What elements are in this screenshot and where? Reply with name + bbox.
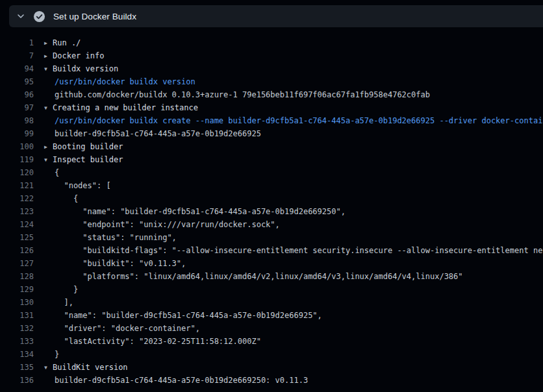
log-text: "status": "running", <box>55 233 177 242</box>
line-content: github.com/docker/buildx 0.10.3+azure-1 … <box>34 88 543 101</box>
line-number[interactable]: 99 <box>0 127 34 140</box>
line-number[interactable]: 129 <box>0 283 34 296</box>
log-line: 128 "platforms": "linux/amd64,linux/amd6… <box>0 270 543 283</box>
log-line[interactable]: 135 ▼BuildKit version <box>0 361 543 374</box>
group-title[interactable]: Run ./ <box>53 38 81 47</box>
line-content: "buildkitd-flags": "--allow-insecure-ent… <box>34 244 543 257</box>
line-number[interactable]: 98 <box>0 114 34 127</box>
line-number[interactable]: 126 <box>0 244 34 257</box>
log-text: "driver": "docker-container", <box>55 324 200 333</box>
chevron-down-icon[interactable] <box>16 11 26 21</box>
log-line: 96 github.com/docker/buildx 0.10.3+azure… <box>0 88 543 101</box>
line-content: /usr/bin/docker buildx create --name bui… <box>34 114 543 127</box>
log-line: 121 "nodes": [ <box>0 179 543 192</box>
step-header[interactable]: Set up Docker Buildx <box>9 5 543 27</box>
line-number[interactable]: 120 <box>0 166 34 179</box>
line-number[interactable]: 133 <box>0 335 34 348</box>
group-title[interactable]: Docker info <box>53 51 104 60</box>
line-number[interactable]: 130 <box>0 296 34 309</box>
line-content: "endpoint": "unix:///var/run/docker.sock… <box>34 218 543 231</box>
line-number[interactable]: 123 <box>0 205 34 218</box>
log-text: builder-d9cfb5a1-c764-445a-a57e-0b19d2e6… <box>55 376 308 385</box>
line-content: ▼Inspect builder <box>34 153 543 166</box>
line-number[interactable]: 100 <box>0 140 34 153</box>
disclosure-expanded-icon[interactable]: ▼ <box>44 102 53 114</box>
log-line: 129 } <box>0 283 543 296</box>
log-text: } <box>55 350 59 359</box>
line-content: } <box>34 348 543 361</box>
disclosure-collapsed-icon[interactable]: ▶ <box>44 50 53 62</box>
log-text: builder-d9cfb5a1-c764-445a-a57e-0b19d2e6… <box>55 129 261 138</box>
log-viewer: 1 ▶Run ./ 7 ▶Docker info 94 ▼Buildx vers… <box>0 27 543 392</box>
group-title[interactable]: Creating a new builder instance <box>53 103 198 112</box>
line-number[interactable]: 124 <box>0 218 34 231</box>
line-content: "status": "running", <box>34 231 543 244</box>
disclosure-expanded-icon[interactable]: ▼ <box>44 154 53 166</box>
line-number[interactable]: 134 <box>0 348 34 361</box>
log-line: 99 builder-d9cfb5a1-c764-445a-a57e-0b19d… <box>0 127 543 140</box>
line-content: "nodes": [ <box>34 179 543 192</box>
line-number[interactable]: 125 <box>0 231 34 244</box>
line-content: ], <box>34 296 543 309</box>
line-number[interactable]: 94 <box>0 62 34 75</box>
disclosure-expanded-icon[interactable]: ▼ <box>44 361 53 374</box>
log-text: "buildkit": "v0.11.3", <box>55 259 186 268</box>
log-line: 136 builder-d9cfb5a1-c764-445a-a57e-0b19… <box>0 374 543 387</box>
group-title[interactable]: Buildx version <box>53 64 118 73</box>
line-content: "buildkit": "v0.11.3", <box>34 257 543 270</box>
log-line: 120 { <box>0 166 543 179</box>
group-title[interactable]: Booting builder <box>53 142 123 151</box>
line-content: "name": "builder-d9cfb5a1-c764-445a-a57e… <box>34 205 543 218</box>
line-content: "lastActivity": "2023-02-25T11:58:12.000… <box>34 335 543 348</box>
line-content: ▶Docker info <box>34 49 543 62</box>
log-line[interactable]: 100 ▶Booting builder <box>0 140 543 153</box>
line-number[interactable]: 95 <box>0 75 34 88</box>
log-line[interactable]: 97 ▼Creating a new builder instance <box>0 101 543 114</box>
log-line: 123 "name": "builder-d9cfb5a1-c764-445a-… <box>0 205 543 218</box>
disclosure-collapsed-icon[interactable]: ▶ <box>44 141 53 153</box>
line-number[interactable]: 121 <box>0 179 34 192</box>
log-line[interactable]: 7 ▶Docker info <box>0 49 543 62</box>
line-content: "platforms": "linux/amd64,linux/amd64/v2… <box>34 270 543 283</box>
log-line[interactable]: 1 ▶Run ./ <box>0 36 543 49</box>
step-title: Set up Docker Buildx <box>53 12 136 21</box>
line-number[interactable]: 97 <box>0 101 34 114</box>
log-line: 95 /usr/bin/docker buildx version <box>0 75 543 88</box>
log-line: 127 "buildkit": "v0.11.3", <box>0 257 543 270</box>
log-line[interactable]: 94 ▼Buildx version <box>0 62 543 75</box>
line-number[interactable]: 132 <box>0 322 34 335</box>
line-number[interactable]: 96 <box>0 88 34 101</box>
line-content: { <box>34 192 543 205</box>
line-number[interactable]: 128 <box>0 270 34 283</box>
log-line: 130 ], <box>0 296 543 309</box>
log-text: "name": "builder-d9cfb5a1-c764-445a-a57e… <box>55 311 322 320</box>
line-number[interactable]: 1 <box>0 36 34 49</box>
log-text: /usr/bin/docker buildx create --name bui… <box>55 116 543 125</box>
group-title[interactable]: BuildKit version <box>53 363 128 372</box>
line-content: ▶Run ./ <box>34 36 543 49</box>
line-number[interactable]: 136 <box>0 374 34 387</box>
log-text: { <box>55 194 78 203</box>
line-number[interactable]: 131 <box>0 309 34 322</box>
line-number[interactable]: 127 <box>0 257 34 270</box>
log-line: 132 "driver": "docker-container", <box>0 322 543 335</box>
log-text: "buildkitd-flags": "--allow-insecure-ent… <box>55 246 543 255</box>
log-line: 124 "endpoint": "unix:///var/run/docker.… <box>0 218 543 231</box>
log-line: 133 "lastActivity": "2023-02-25T11:58:12… <box>0 335 543 348</box>
log-line: 122 { <box>0 192 543 205</box>
log-line[interactable]: 119 ▼Inspect builder <box>0 153 543 166</box>
disclosure-collapsed-icon[interactable]: ▶ <box>44 37 53 49</box>
line-number[interactable]: 135 <box>0 361 34 374</box>
line-content: ▼BuildKit version <box>34 361 543 374</box>
line-number[interactable]: 7 <box>0 49 34 62</box>
line-number[interactable]: 122 <box>0 192 34 205</box>
group-title[interactable]: Inspect builder <box>53 155 123 164</box>
log-text: ], <box>55 298 73 307</box>
line-content: builder-d9cfb5a1-c764-445a-a57e-0b19d2e6… <box>34 127 543 140</box>
disclosure-expanded-icon[interactable]: ▼ <box>44 63 53 75</box>
line-content: "driver": "docker-container", <box>34 322 543 335</box>
line-number[interactable]: 119 <box>0 153 34 166</box>
line-content: builder-d9cfb5a1-c764-445a-a57e-0b19d2e6… <box>34 374 543 387</box>
log-line: 131 "name": "builder-d9cfb5a1-c764-445a-… <box>0 309 543 322</box>
line-content: } <box>34 283 543 296</box>
